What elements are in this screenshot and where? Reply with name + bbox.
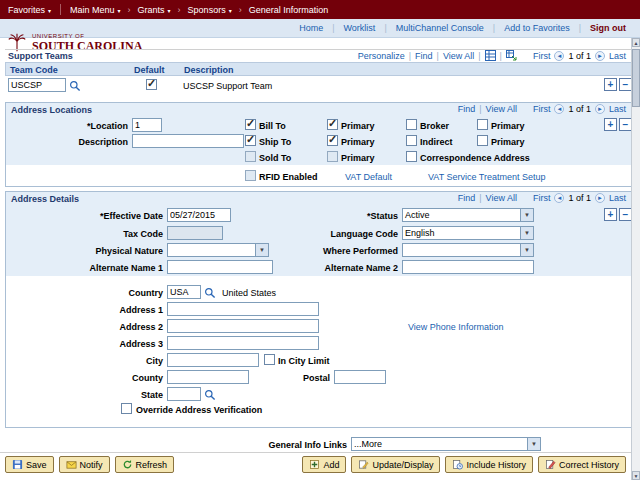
last-link[interactable]: Last xyxy=(609,104,626,114)
city-input[interactable] xyxy=(167,353,259,367)
description-label: Description xyxy=(30,137,128,147)
add-to-favorites-link[interactable]: Add to Favorites xyxy=(504,23,570,33)
vat-service-treatment-setup-link[interactable]: VAT Service Treatment Setup xyxy=(428,172,546,182)
general-info-links-select[interactable]: ...More ▼ xyxy=(351,437,541,451)
ship-to-checkbox[interactable] xyxy=(245,135,256,146)
breadcrumb-grants[interactable]: Grants ▾ xyxy=(138,5,171,15)
find-link[interactable]: Find xyxy=(458,104,476,114)
vat-default-link[interactable]: VAT Default xyxy=(345,172,392,182)
physical-nature-select[interactable]: ▼ xyxy=(167,243,269,257)
sold-primary-checkbox[interactable] xyxy=(327,151,338,162)
vertical-scrollbar[interactable]: ▲ ▼ xyxy=(631,38,640,480)
scroll-up-button[interactable]: ▲ xyxy=(632,38,640,47)
correspondence-address-checkbox[interactable] xyxy=(406,151,417,162)
breadcrumb-favorites[interactable]: Favorites ▾ xyxy=(8,5,51,15)
chevron-down-icon: ▾ xyxy=(118,7,121,14)
description-input[interactable] xyxy=(132,134,244,148)
include-history-icon xyxy=(452,459,463,470)
indirect-checkbox[interactable] xyxy=(406,135,417,146)
broker-primary-checkbox[interactable] xyxy=(477,119,488,130)
state-lookup-icon[interactable] xyxy=(204,389,216,401)
breadcrumb-sponsors[interactable]: Sponsors ▾ xyxy=(188,5,232,15)
save-icon xyxy=(12,459,23,470)
location-label: *Location xyxy=(30,121,128,131)
team-code-input[interactable] xyxy=(8,78,66,92)
location-input[interactable] xyxy=(132,118,162,132)
first-link[interactable]: First xyxy=(533,193,551,203)
correct-history-button[interactable]: Correct History xyxy=(538,456,626,473)
view-all-link[interactable]: View All xyxy=(486,193,517,203)
broker-checkbox[interactable] xyxy=(406,119,417,130)
last-arrow-icon[interactable]: ► xyxy=(595,193,605,203)
last-link[interactable]: Last xyxy=(609,51,626,61)
rfid-enabled-checkbox[interactable] xyxy=(245,170,256,181)
scrollbar-thumb[interactable] xyxy=(632,49,640,107)
last-arrow-icon[interactable]: ► xyxy=(595,51,605,61)
where-performed-select[interactable]: ▼ xyxy=(402,243,534,257)
default-checkbox[interactable] xyxy=(146,79,157,90)
include-history-button[interactable]: Include History xyxy=(445,456,533,473)
footer-toolbar: Save Notify Refresh xyxy=(0,456,640,473)
effective-date-input[interactable] xyxy=(167,208,231,222)
address3-input[interactable] xyxy=(167,336,319,350)
find-link[interactable]: Find xyxy=(458,193,476,203)
first-link[interactable]: First xyxy=(533,104,551,114)
download-grid-icon[interactable] xyxy=(506,50,517,61)
scroll-down-button[interactable]: ▼ xyxy=(632,471,640,480)
toolbar-separator: | xyxy=(500,51,502,61)
breadcrumb-main-menu[interactable]: Main Menu ▾ xyxy=(70,5,121,15)
save-button[interactable]: Save xyxy=(5,456,54,473)
address2-input[interactable] xyxy=(167,319,319,333)
language-code-select[interactable]: English ▼ xyxy=(402,226,534,240)
view-phone-information-link[interactable]: View Phone Information xyxy=(408,322,503,332)
alternate-name2-input[interactable] xyxy=(402,260,534,274)
sign-out-link[interactable]: Sign out xyxy=(590,23,626,33)
first-arrow-icon[interactable]: ◄ xyxy=(554,193,564,203)
breadcrumb-favorites-label: Favorites xyxy=(8,5,45,15)
personalize-link[interactable]: Personalize xyxy=(358,51,405,61)
country-input[interactable] xyxy=(167,285,201,299)
last-arrow-icon[interactable]: ► xyxy=(595,104,605,114)
country-lookup-icon[interactable] xyxy=(204,287,216,299)
multichannel-console-link[interactable]: MultiChannel Console xyxy=(396,23,484,33)
first-arrow-icon[interactable]: ◄ xyxy=(554,51,564,61)
bill-to-checkbox[interactable] xyxy=(245,119,256,130)
find-link[interactable]: Find xyxy=(415,51,433,61)
county-input[interactable] xyxy=(167,370,249,384)
add-button[interactable]: Add xyxy=(302,456,346,473)
postal-label: Postal xyxy=(262,373,330,383)
address-details-add-row-button[interactable]: + xyxy=(604,208,617,221)
indirect-primary-checkbox[interactable] xyxy=(477,135,488,146)
address1-input[interactable] xyxy=(167,302,319,316)
ship-primary-checkbox[interactable] xyxy=(327,135,338,146)
refresh-button[interactable]: Refresh xyxy=(115,456,175,473)
nav-separator: | xyxy=(384,23,386,33)
last-link[interactable]: Last xyxy=(609,193,626,203)
update-display-button[interactable]: Update/Display xyxy=(351,456,440,473)
worklist-link[interactable]: Worklist xyxy=(344,23,376,33)
address-locations-add-row-button[interactable]: + xyxy=(604,118,617,131)
update-display-icon xyxy=(358,459,369,470)
view-all-link[interactable]: View All xyxy=(486,104,517,114)
home-link[interactable]: Home xyxy=(299,23,323,33)
alternate-name2-label: Alternate Name 2 xyxy=(300,263,398,273)
status-select[interactable]: Active ▼ xyxy=(402,208,534,222)
sold-to-checkbox[interactable] xyxy=(245,151,256,162)
alternate-name1-input[interactable] xyxy=(167,260,273,274)
support-teams-add-row-button[interactable]: + xyxy=(604,78,617,91)
toolbar-separator: | xyxy=(479,104,481,114)
zoom-grid-icon[interactable] xyxy=(485,50,496,61)
breadcrumb-current-label: General Information xyxy=(249,5,329,15)
refresh-icon xyxy=(122,459,133,470)
bill-primary-checkbox[interactable] xyxy=(327,119,338,130)
override-address-verification-checkbox[interactable] xyxy=(121,403,132,414)
first-arrow-icon[interactable]: ◄ xyxy=(554,104,564,114)
first-link[interactable]: First xyxy=(533,51,551,61)
notify-button[interactable]: Notify xyxy=(59,456,110,473)
postal-input[interactable] xyxy=(334,370,386,384)
view-all-link[interactable]: View All xyxy=(443,51,474,61)
footer-right-buttons: Add Update/Display Include History xyxy=(302,456,626,473)
state-input[interactable] xyxy=(167,387,201,401)
team-code-lookup-icon[interactable] xyxy=(69,80,81,92)
in-city-limit-checkbox[interactable] xyxy=(264,354,275,365)
